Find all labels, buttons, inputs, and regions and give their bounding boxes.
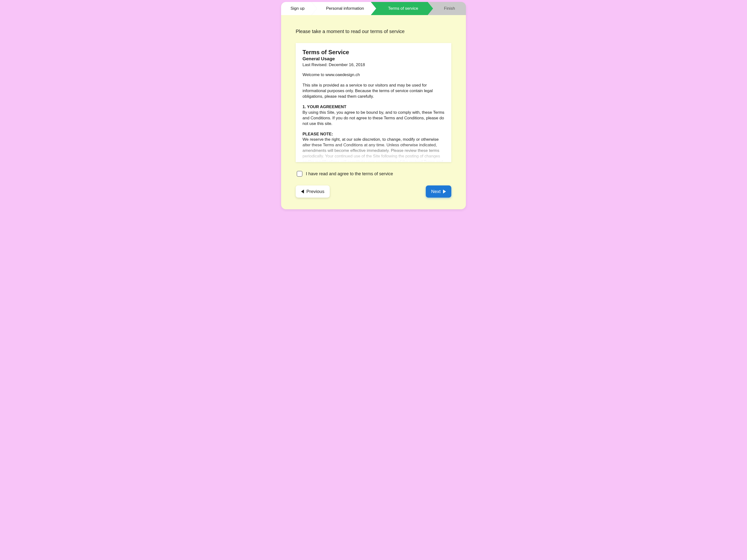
next-button-label: Next bbox=[431, 189, 441, 194]
terms-body: Welcome to www.oaedesign.ch This site is… bbox=[303, 72, 444, 162]
terms-revised-date: Last Revised: December 16, 2018 bbox=[303, 62, 444, 67]
terms-note-body: We reserve the right, at our sole discre… bbox=[303, 137, 443, 162]
terms-section-1-heading: 1. YOUR AGREEMENT bbox=[303, 105, 346, 109]
agree-checkbox[interactable] bbox=[297, 171, 303, 177]
triangle-right-icon bbox=[443, 190, 446, 193]
terms-section-1-body: By using this Site, you agree to be boun… bbox=[303, 110, 444, 126]
terms-note: PLEASE NOTE: We reserve the right, at ou… bbox=[303, 132, 444, 162]
button-row: Previous Next bbox=[296, 185, 451, 197]
step-label: Sign up bbox=[290, 6, 305, 11]
terms-welcome: Welcome to www.oaedesign.ch bbox=[303, 72, 444, 78]
step-finish: Finish bbox=[428, 2, 466, 15]
content-area: Please take a moment to read our terms o… bbox=[281, 15, 466, 209]
step-terms-of-service[interactable]: Terms of service bbox=[371, 2, 433, 15]
instruction-text: Please take a moment to read our terms o… bbox=[296, 29, 451, 34]
step-signup[interactable]: Sign up bbox=[281, 2, 317, 15]
step-personal-info[interactable]: Personal information bbox=[311, 2, 376, 15]
terms-section-1: 1. YOUR AGREEMENT By using this Site, yo… bbox=[303, 104, 444, 127]
terms-subtitle: General Usage bbox=[303, 56, 444, 61]
terms-container: Terms of Service General Usage Last Revi… bbox=[296, 43, 451, 162]
step-label: Personal information bbox=[326, 6, 364, 11]
terms-title: Terms of Service bbox=[303, 49, 444, 56]
next-button[interactable]: Next bbox=[426, 185, 451, 197]
stepper: Sign up Personal information Terms of se… bbox=[281, 2, 466, 15]
step-label: Terms of service bbox=[388, 6, 418, 11]
previous-button[interactable]: Previous bbox=[296, 185, 330, 197]
step-label: Finish bbox=[444, 6, 455, 11]
agree-label: I have read and agree to the terms of se… bbox=[306, 171, 393, 177]
triangle-left-icon bbox=[301, 190, 304, 193]
previous-button-label: Previous bbox=[306, 189, 325, 194]
wizard-card: Sign up Personal information Terms of se… bbox=[281, 2, 466, 209]
terms-scroll-area[interactable]: Terms of Service General Usage Last Revi… bbox=[296, 43, 451, 162]
agree-row: I have read and agree to the terms of se… bbox=[296, 171, 451, 177]
terms-note-heading: PLEASE NOTE: bbox=[303, 132, 333, 136]
terms-intro: This site is provided as a service to ou… bbox=[303, 83, 444, 100]
